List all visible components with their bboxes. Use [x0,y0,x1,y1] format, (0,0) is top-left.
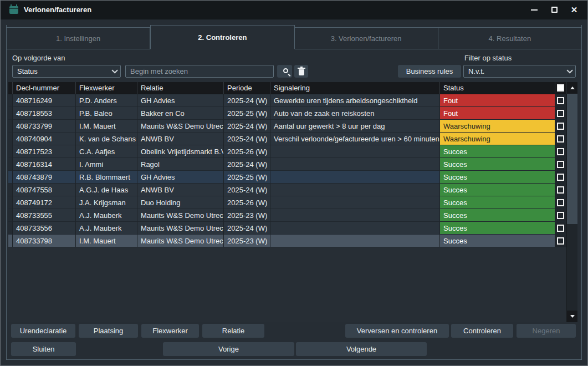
scrollbar-track[interactable] [567,94,577,311]
row-checkbox[interactable] [557,199,564,206]
urendeclaratie-button[interactable]: Urendeclaratie [11,324,75,338]
table-row[interactable]: 408716249 P.D. Anders GH Advies 2025-24 … [8,94,566,107]
cell-relatie: GH Advies [137,171,224,184]
table-row[interactable]: 408749172 J.A. Krijgsman Duo Holding 202… [8,196,566,209]
cell-relatie: GH Advies [137,94,224,107]
tab-resultaten[interactable]: 4. Resultaten [438,27,582,49]
maximize-button[interactable] [546,3,562,17]
search-button[interactable] [277,65,292,78]
toolbar: Op volgorde van Status Filter op status … [7,49,581,82]
row-gutter [8,133,13,145]
table-row[interactable]: 408740904 K. van de Schans ANWB BV 2025-… [8,133,566,145]
tab-instellingen[interactable]: 1. Instellingen [6,27,150,49]
row-checkbox[interactable] [557,174,564,181]
clear-search-button[interactable] [294,65,308,78]
row-checkbox[interactable] [557,123,564,130]
row-checkbox[interactable] [557,212,564,219]
row-checkbox[interactable] [557,97,564,104]
plaatsing-button[interactable]: Plaatsing [79,324,138,338]
row-checkbox[interactable] [557,110,564,117]
cell-decl-nummer: 408743879 [13,171,76,184]
verversen-en-controleren-button[interactable]: Verversen en controleren [345,324,449,338]
cell-signalering: Auto van de zaak en reiskosten [270,107,440,120]
business-rules-button[interactable]: Business rules [398,65,461,78]
relatie-button[interactable]: Relatie [202,324,264,338]
cell-signalering [270,184,440,196]
status-cell: Succes [440,209,555,222]
row-checkbox-cell [555,120,566,133]
column-header-periode[interactable]: Periode [224,82,270,94]
maximize-icon [551,7,558,13]
row-checkbox[interactable] [557,225,564,232]
trash-icon [299,69,304,75]
table-row[interactable]: 408743879 R.B. Blommaert GH Advies 2025-… [8,171,566,184]
scroll-up-button[interactable] [567,82,577,94]
row-gutter [8,94,13,107]
select-all-cell [555,82,566,94]
row-gutter [8,120,13,133]
cell-periode: 2025-26 (W) [224,196,270,209]
status-cell: Succes [440,145,555,158]
cell-signalering [270,145,440,158]
table-row[interactable]: 408733556 A.J. Mauberk Maurits W&S Demo … [8,222,566,235]
table-row[interactable]: 408733555 A.J. Mauberk Maurits W&S Demo … [8,209,566,222]
row-checkbox[interactable] [557,161,564,168]
cell-relatie: ANWB BV [137,133,224,145]
negeren-button[interactable]: Negeren [517,324,576,338]
magnifier-icon [283,68,288,73]
cell-decl-nummer: 408733799 [13,120,76,133]
cell-signalering [270,171,440,184]
cell-relatie: Maurits W&S Demo Utrec... [137,222,224,235]
cell-decl-nummer: 408740904 [13,133,76,145]
cell-signalering [270,209,440,222]
volgende-button[interactable]: Volgende [296,342,427,356]
scrollbar-thumb[interactable] [567,94,577,224]
sluiten-button[interactable]: Sluiten [11,342,76,356]
results-table: Decl-nummer Flexwerker Relatie Periode S… [8,82,577,322]
cell-signalering: Verschil verloonde/gefactureerde uren > … [270,133,440,145]
column-header-status[interactable]: Status [440,82,555,94]
table-row[interactable]: 408716314 I. Ammi Ragol 2025-24 (W) Succ… [8,158,566,171]
column-header-signalering[interactable]: Signalering [270,82,440,94]
table-row[interactable]: 408717523 C.A. Aafjes Obelink Vrijetijds… [8,145,566,158]
table-row[interactable]: 408718553 P.B. Baleo Bakker en Co 2025-2… [8,107,566,120]
table-body: 408716249 P.D. Anders GH Advies 2025-24 … [8,94,566,247]
row-gutter [8,171,13,184]
table-row[interactable]: 408733799 I.M. Mauert Maurits W&S Demo U… [8,120,566,133]
row-checkbox[interactable] [557,186,564,194]
minimize-button[interactable] [526,3,542,17]
filter-status-value: N.v.t. [468,67,484,75]
row-checkbox[interactable] [557,237,564,245]
vorige-button[interactable]: Vorige [163,342,294,356]
cell-decl-nummer: 408716249 [13,94,76,107]
cell-periode: 2025-25 (W) [224,171,270,184]
column-header-flexwerker[interactable]: Flexwerker [76,82,137,94]
flexwerker-button[interactable]: Flexwerker [141,324,199,338]
table-row[interactable]: 408733798 I.M. Mauert Maurits W&S Demo U… [8,235,566,247]
row-checkbox[interactable] [557,148,564,155]
scroll-down-button[interactable] [567,311,577,322]
tab-verlonen-factureren[interactable]: 3. Verlonen/factureren [295,27,438,49]
select-all-checkbox[interactable] [557,84,564,92]
status-cell: Waarschuwing [440,133,555,145]
table-row[interactable]: 408747558 A.G.J. de Haas ANWB BV 2025-24… [8,184,566,196]
column-header-decl-nummer[interactable]: Decl-nummer [13,82,76,94]
title-bar: Verlonen/factureren ✕ [1,1,587,19]
window-title: Verlonen/factureren [24,6,91,14]
search-input[interactable] [125,65,274,78]
cell-flexwerker: A.J. Mauberk [76,222,137,235]
column-header-relatie[interactable]: Relatie [137,82,224,94]
filter-status-dropdown[interactable]: N.v.t. [463,65,576,78]
vertical-scrollbar [566,82,577,322]
cell-periode: 2025-23 (W) [224,235,270,247]
row-checkbox-cell [555,171,566,184]
tab-controleren[interactable]: 2. Controleren [150,25,294,49]
table-header-row: Decl-nummer Flexwerker Relatie Periode S… [8,82,566,94]
close-button[interactable]: ✕ [566,3,582,17]
calendar-icon [9,6,18,14]
sort-dropdown[interactable]: Status [12,65,121,78]
cell-signalering [270,222,440,235]
controleren-button[interactable]: Controleren [451,324,513,338]
row-checkbox[interactable] [557,135,564,143]
cell-relatie: ANWB BV [137,184,224,196]
